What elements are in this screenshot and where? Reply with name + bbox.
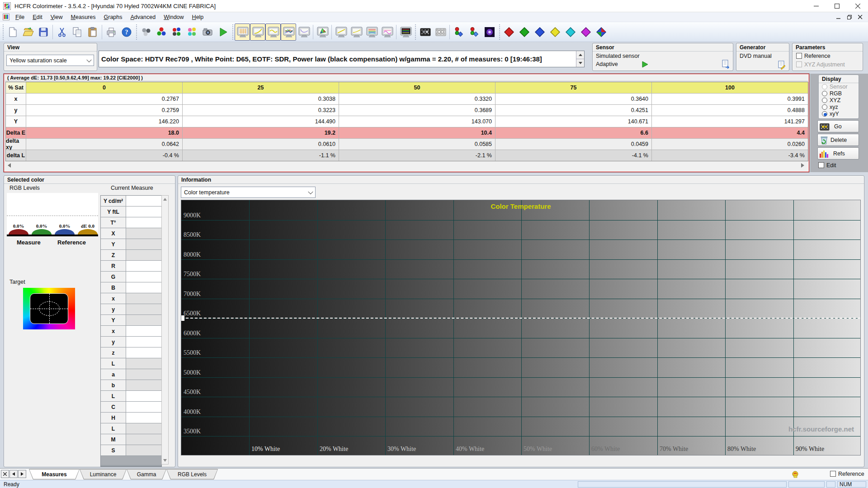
view-rgb-levels-icon[interactable] (281, 23, 296, 41)
measure-table-scrollbar[interactable] (161, 195, 169, 465)
prev-tab-button[interactable] (9, 470, 18, 478)
measure-secondaries-icon[interactable] (169, 23, 184, 41)
column-header[interactable]: 100 (652, 82, 808, 93)
information-selector[interactable]: Color temperature (181, 187, 316, 198)
edit-checkbox[interactable]: Edit (818, 162, 836, 169)
table-cell[interactable]: 0.3991 (652, 94, 808, 104)
table-cell[interactable]: 0.0260 (652, 139, 808, 150)
mdi-close-icon[interactable] (858, 15, 863, 19)
spinner-up-icon[interactable] (576, 51, 584, 59)
view-cie-icon[interactable] (315, 23, 330, 41)
radio-xyz-lower[interactable]: xyz (822, 104, 838, 110)
table-cell[interactable]: 140.671 (495, 116, 651, 127)
radio-rgb[interactable]: RGB (822, 90, 842, 97)
sat-cyan-icon[interactable] (563, 23, 578, 41)
table-cell[interactable]: -0.4 % (26, 150, 182, 161)
generator-config-icon[interactable] (778, 61, 786, 70)
table-cell[interactable]: 144.490 (183, 116, 339, 127)
table-cell[interactable]: 10.4 (339, 127, 495, 138)
refs-button[interactable]: Refs (817, 147, 859, 160)
paste-icon[interactable] (85, 23, 100, 41)
tab-gamma[interactable]: Gamma (127, 469, 166, 479)
snapshot-icon[interactable] (200, 23, 215, 41)
menu-window[interactable]: Window (160, 13, 188, 21)
scroll-down-icon[interactable] (163, 459, 167, 462)
help-icon[interactable]: ? (119, 23, 134, 41)
view-colortemp-icon[interactable] (364, 23, 379, 41)
view-luminance-hist-icon[interactable] (333, 23, 349, 41)
print-icon[interactable] (104, 23, 119, 41)
table-cell[interactable]: 0.3689 (339, 105, 495, 116)
measure-primaries-icon[interactable] (154, 23, 169, 41)
toolbar-grip[interactable] (414, 24, 416, 40)
view-gamma-hist-icon[interactable] (349, 23, 364, 41)
table-cell[interactable]: 143.070 (339, 116, 495, 127)
view-deltae-icon[interactable] (379, 23, 395, 41)
view-sat-luminance-icon[interactable] (398, 23, 413, 41)
table-cell[interactable]: 18.0 (26, 127, 182, 138)
view-gamma-icon[interactable] (265, 23, 281, 41)
menu-view[interactable]: View (47, 13, 67, 21)
free-measure-grayscale-icon[interactable] (417, 23, 433, 41)
table-cell[interactable]: 146.220 (26, 116, 182, 127)
table-cell[interactable]: 0.3320 (339, 94, 495, 104)
spinner-down-icon[interactable] (576, 59, 584, 67)
table-cell[interactable]: 4.4 (652, 127, 808, 138)
menu-advanced[interactable]: Advanced (127, 13, 160, 21)
menu-help[interactable]: Help (188, 13, 208, 21)
table-cell[interactable]: -3.4 % (652, 150, 808, 161)
table-cell[interactable]: 0.2767 (26, 94, 182, 104)
tab-luminance[interactable]: Luminance (80, 469, 127, 479)
menu-graphs[interactable]: Graphs (100, 13, 127, 21)
xyz-adjustment-checkbox[interactable]: XYZ Adjustment (796, 61, 845, 68)
mdi-restore-icon[interactable] (847, 15, 852, 19)
table-cell[interactable]: 0.4888 (652, 105, 808, 116)
sat-yellow-icon[interactable] (547, 23, 563, 41)
delete-button[interactable]: Delete (817, 134, 859, 146)
measure-grayscale-icon[interactable] (138, 23, 154, 41)
new-file-icon[interactable] (5, 23, 20, 41)
table-cell[interactable]: 19.2 (183, 127, 339, 138)
open-file-icon[interactable] (20, 23, 36, 41)
scroll-right-icon[interactable] (801, 163, 804, 168)
table-cell[interactable]: 141.297 (652, 116, 808, 127)
scroll-up-icon[interactable] (163, 198, 167, 201)
measure-colors-icon[interactable] (184, 23, 200, 41)
table-cell[interactable]: 6.6 (495, 127, 651, 138)
sat-red-icon[interactable] (501, 23, 517, 41)
column-header[interactable]: 50 (339, 82, 495, 93)
toolbar-grip[interactable] (498, 24, 500, 40)
table-cell[interactable]: 0.3640 (495, 94, 651, 104)
save-icon[interactable] (36, 23, 51, 41)
table-cell[interactable]: 0.2759 (26, 105, 182, 116)
table-cell[interactable]: -4.1 % (495, 150, 651, 161)
contrast-icon[interactable] (482, 23, 497, 41)
column-header[interactable]: 75 (495, 82, 651, 93)
maximize-button[interactable] (826, 0, 847, 12)
copy-icon[interactable] (70, 23, 85, 41)
table-cell[interactable]: 0.3038 (183, 94, 339, 104)
table-cell[interactable]: 0.4251 (495, 105, 651, 116)
menu-file[interactable]: File (11, 13, 28, 21)
column-header[interactable]: 25 (183, 82, 339, 93)
tab-measures[interactable]: Measures (29, 469, 80, 479)
view-nearblack-icon[interactable] (296, 23, 311, 41)
sat-all-icon[interactable] (594, 23, 609, 41)
radio-xyz-upper[interactable]: XYZ (822, 97, 840, 103)
view-luminance-icon[interactable] (250, 23, 265, 41)
next-tab-button[interactable] (18, 470, 26, 478)
sensor-config-icon[interactable] (722, 60, 730, 69)
close-button[interactable] (847, 0, 868, 12)
view-measures-icon[interactable] (235, 23, 250, 41)
run-measures-icon[interactable] (215, 23, 231, 41)
view-selector[interactable]: Yellow saturation scale (6, 55, 94, 66)
table-cell[interactable]: -2.1 % (339, 150, 495, 161)
table-cell[interactable]: 0.3223 (183, 105, 339, 116)
reference-toggle-checkbox[interactable]: Reference (830, 471, 864, 477)
table-cell[interactable]: 0.0642 (26, 139, 182, 150)
go-button[interactable]: Go (817, 120, 859, 132)
radio-sensor[interactable]: Sensor (822, 84, 848, 90)
grayscale-run-icon[interactable] (451, 23, 467, 41)
sensor-run-icon[interactable] (642, 61, 649, 68)
cut-icon[interactable] (54, 23, 70, 41)
